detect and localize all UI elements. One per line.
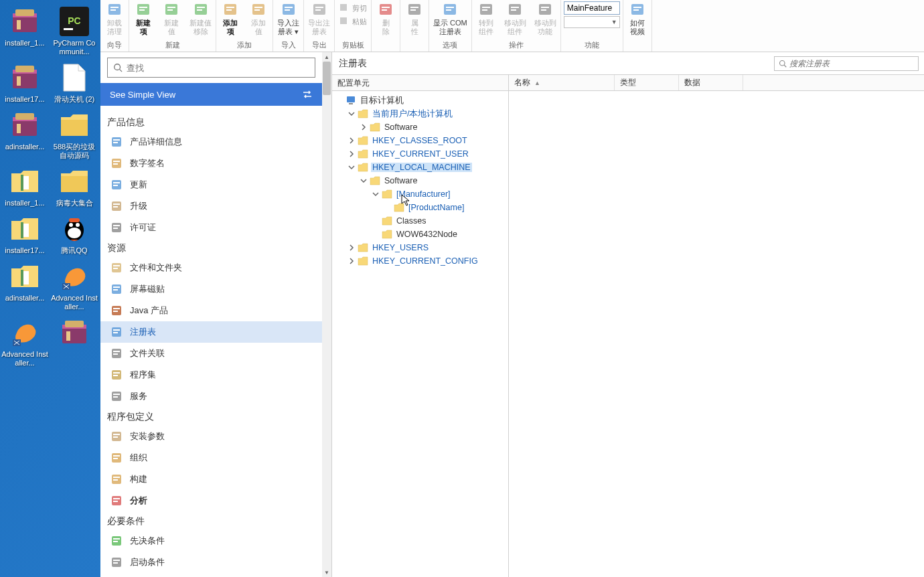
nav-item-org[interactable]: 组织	[100, 447, 322, 469]
tree-node[interactable]: Classes	[333, 214, 507, 228]
feature-dropdown[interactable]: ▼	[564, 16, 620, 28]
desktop-icon[interactable]: installer17...	[0, 213, 50, 255]
ribbon-group-label: 剪贴板	[335, 39, 371, 52]
desktop-icon[interactable]: PCPyCharm Communit...	[50, 5, 99, 56]
feature-selector[interactable]: MainFeature	[564, 1, 620, 15]
tree-node[interactable]: [ProductName]	[333, 201, 507, 214]
nav-item-registry[interactable]: 注册表	[100, 321, 322, 343]
nav-item-tiles[interactable]: 屏幕磁贴	[100, 278, 322, 300]
nav-item-build[interactable]: 构建	[100, 469, 322, 490]
ribbon-button[interactable]: 新建项	[129, 0, 157, 39]
desktop-icon[interactable]: 病毒大集合	[50, 165, 99, 208]
nav-item-license[interactable]: 许可证	[100, 217, 322, 238]
ribbon-button[interactable]: 导入注册表 ▾	[273, 0, 303, 39]
desktop-icon[interactable]: 滑动关机 (2)	[50, 62, 99, 104]
nav-item-sign[interactable]: 数字签名	[100, 153, 322, 174]
ribbon-small-button[interactable]: 粘贴	[339, 15, 367, 28]
tree-node[interactable]: Software	[333, 174, 507, 187]
sidebar-search[interactable]	[107, 58, 315, 78]
tree-twisty-icon[interactable]	[360, 124, 370, 131]
tree-node[interactable]: HKEY_CURRENT_USER	[333, 147, 507, 161]
scrollbar-thumb[interactable]	[323, 62, 331, 95]
simple-view-button[interactable]: See Simple View	[100, 83, 322, 106]
winrar-icon	[9, 109, 41, 141]
tree-node[interactable]: HKEY_LOCAL_MACHINE	[333, 161, 507, 174]
registry-tree[interactable]: 目标计算机当前用户/本地计算机SoftwareHKEY_CLASSES_ROOT…	[332, 91, 508, 270]
tree-twisty-icon[interactable]	[348, 151, 358, 157]
svg-rect-134	[113, 562, 118, 564]
desktop-icon[interactable]: adinstaller...	[0, 109, 50, 151]
desktop-icon-label: 588买的垃圾自动源码	[50, 143, 99, 160]
tree-twisty-icon[interactable]	[348, 110, 358, 117]
ribbon-button[interactable]: 新建值	[157, 0, 185, 39]
desktop-icon[interactable]: installer_1...	[0, 5, 50, 48]
col-name[interactable]: 名称 ▲	[509, 75, 615, 90]
tree-node[interactable]: 目标计算机	[333, 94, 507, 107]
tree-node[interactable]: WOW6432Node	[333, 228, 507, 241]
tree-node[interactable]: [Manufacturer]	[333, 187, 507, 201]
nav-item-assembly[interactable]: 程序集	[100, 364, 322, 386]
tree-node[interactable]: HKEY_CLASSES_ROOT	[333, 134, 507, 147]
sidebar-scrollbar[interactable]: ▲ ▼	[322, 52, 331, 577]
col-type[interactable]: 类型	[615, 75, 679, 90]
nav-item-launch[interactable]: 启动条件	[100, 552, 322, 573]
svg-rect-109	[113, 351, 120, 352]
nav-item-params[interactable]: 安装参数	[100, 426, 322, 447]
tree-twisty-icon[interactable]	[348, 244, 358, 251]
svg-rect-112	[113, 372, 120, 374]
desktop-icon[interactable]: 588买的垃圾自动源码	[50, 109, 99, 160]
svg-rect-106	[113, 329, 120, 331]
tree-twisty-icon[interactable]	[348, 137, 358, 144]
desktop-icon[interactable]	[50, 317, 99, 350]
ribbon-small-button[interactable]: 剪切	[339, 1, 367, 15]
ribbon-button[interactable]: 属性	[400, 0, 429, 50]
ribbon-button[interactable]: 导出注册表	[304, 0, 334, 39]
desktop-icon[interactable]: installer_1...	[0, 165, 50, 208]
sidebar-search-input[interactable]	[127, 63, 309, 73]
desktop-icon[interactable]: Advanced Installer...	[0, 317, 50, 367]
desktop-icon[interactable]: installer17...	[0, 62, 50, 104]
nav-item-info[interactable]: 产品详细信息	[100, 131, 322, 153]
nav-item-services[interactable]: 服务	[100, 386, 322, 407]
svg-rect-66	[446, 9, 451, 11]
tree-twisty-icon[interactable]	[348, 164, 358, 171]
ribbon-button[interactable]: 移动到功能	[530, 0, 560, 39]
svg-point-20	[68, 228, 81, 238]
svg-rect-55	[315, 9, 321, 11]
desktop-icon[interactable]: adinstaller...	[0, 260, 50, 303]
ribbon-button[interactable]: 卸载清理	[100, 0, 129, 39]
nav-item-upgrade[interactable]: 升级	[100, 195, 322, 217]
ribbon-button[interactable]: 如何视频	[623, 0, 651, 50]
ribbon-button[interactable]: 添加值	[244, 0, 273, 39]
ribbon-button[interactable]: 添加项	[216, 0, 244, 39]
registry-search[interactable]	[774, 56, 919, 71]
ribbon-group: 如何视频	[623, 0, 652, 52]
scroll-down-icon[interactable]: ▼	[322, 568, 331, 577]
tree-twisty-icon[interactable]	[360, 177, 370, 184]
registry-search-input[interactable]	[789, 59, 914, 68]
nav-item-prereq[interactable]: 先决条件	[100, 530, 322, 552]
nav-item-assoc[interactable]: 文件关联	[100, 343, 322, 364]
tree-header: 配置单元	[332, 75, 508, 91]
nav-item-update[interactable]: 更新	[100, 174, 322, 195]
nav-item-analyze[interactable]: 分析	[100, 490, 322, 511]
ribbon-button[interactable]: 移动到组件	[500, 0, 530, 39]
tree-node[interactable]: 当前用户/本地计算机	[333, 107, 507, 120]
ribbon-button[interactable]: 删除	[372, 0, 400, 50]
ribbon-button[interactable]: 显示 COM注册表	[429, 0, 471, 39]
tree-twisty-icon[interactable]	[372, 191, 382, 197]
tree-twisty-icon[interactable]	[348, 258, 358, 264]
ribbon-button[interactable]: 转到组件	[472, 0, 500, 39]
ribbon-icon	[163, 1, 179, 17]
tree-node[interactable]: HKEY_USERS	[333, 241, 507, 254]
col-data[interactable]: 数据	[679, 75, 743, 90]
tree-node[interactable]: Software	[333, 120, 507, 134]
ribbon-button[interactable]: 新建值移除	[185, 0, 216, 39]
main-area: See Simple View 产品信息产品详细信息数字签名更新升级许可证资源文…	[100, 52, 924, 577]
tree-node[interactable]: HKEY_CURRENT_CONFIG	[333, 254, 507, 268]
nav-item-java[interactable]: Java 产品	[100, 300, 322, 321]
nav-item-files[interactable]: 文件和文件夹	[100, 257, 322, 278]
desktop-icon[interactable]: 腾讯QQ	[50, 213, 99, 255]
desktop-icon[interactable]: Advanced Installer...	[50, 260, 99, 311]
scroll-up-icon[interactable]: ▲	[322, 52, 331, 62]
